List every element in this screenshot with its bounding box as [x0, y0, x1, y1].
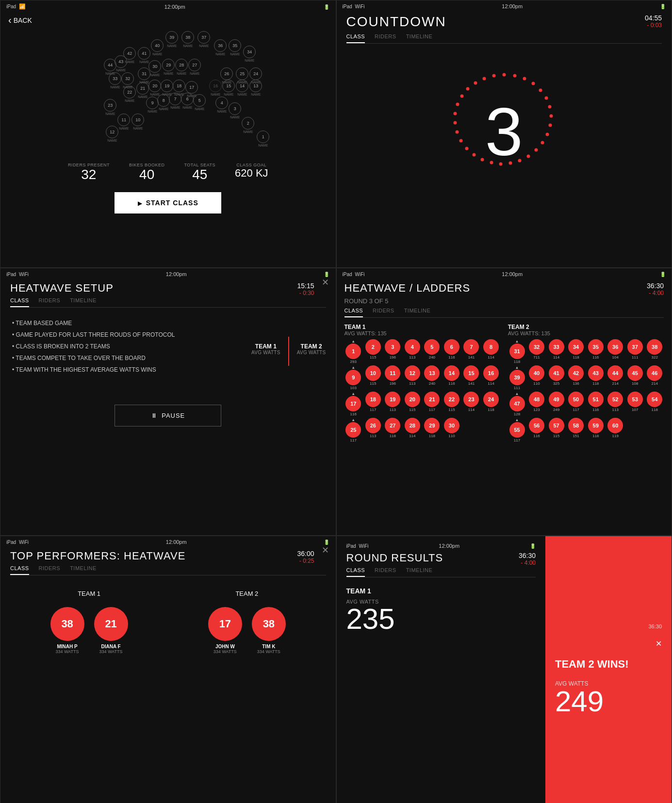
- rider-node: 30110: [443, 418, 461, 442]
- bike-node: 10NAME: [131, 114, 144, 130]
- panel-heatwave-setup: iPad WiFi 12:00pm 🔋 ✕ HEATWAVE SETUP 15:…: [0, 268, 336, 536]
- team2-performers-row: 17 JOHN W 334 WATTS 38 TIM K 334 WATTS: [168, 607, 326, 654]
- svg-point-22: [453, 121, 457, 125]
- rider-node: 23114: [462, 392, 481, 416]
- bike-node: 16NAME: [209, 80, 222, 96]
- ladders-title: HEATWAVE / LADDERS: [344, 282, 471, 295]
- svg-point-26: [466, 87, 469, 91]
- svg-point-9: [545, 133, 549, 136]
- bike-node: 28NAME: [175, 59, 188, 75]
- bike-node: 6NAME: [181, 93, 194, 109]
- start-class-button[interactable]: START CLASS: [115, 192, 221, 213]
- performers-team2: TEAM 2 17 JOHN W 334 WATTS 38 TIM K 334 …: [168, 590, 326, 654]
- teams-ladders: TEAM 1 AVG WATTS: 135 ▲12932115319641135…: [344, 324, 664, 442]
- rider-node: 54118: [645, 392, 664, 416]
- tab-class-pf[interactable]: CLASS: [10, 565, 29, 575]
- results-timer: 36:30 - 4:00: [519, 552, 536, 566]
- tab-class-rr[interactable]: CLASS: [346, 567, 365, 577]
- svg-point-11: [534, 148, 538, 152]
- svg-point-4: [539, 89, 542, 92]
- rider-node: 11196: [384, 365, 402, 390]
- start-class-label: START CLASS: [146, 199, 198, 207]
- performers-teams: TEAM 1 38 MINAH P 334 WATTS 21 DIANA F 3…: [10, 590, 326, 654]
- tab-riders-rr[interactable]: RIDERS: [375, 567, 396, 577]
- panel-heatwave-ladders: iPad WiFi 12:00pm 🔋 HEATWAVE / LADDERS R…: [336, 268, 672, 536]
- stat-bikes-booked: BIKES BOOKED 40: [129, 163, 165, 182]
- svg-point-18: [472, 153, 475, 157]
- bike-node: 23NAME: [104, 99, 116, 115]
- heatwave-tabs: CLASS RIDERS TIMELINE: [10, 297, 326, 308]
- bike-node: 21NAME: [136, 82, 149, 98]
- tab-riders-hw[interactable]: RIDERS: [39, 297, 61, 307]
- team1-ladder: TEAM 1 AVG WATTS: 135 ▲12932115319641135…: [344, 324, 500, 442]
- close-button-3[interactable]: ✕: [322, 277, 329, 288]
- stat-class-goal: CLASS GOAL 620 KJ: [235, 163, 268, 182]
- rider-node: 19113: [384, 392, 402, 416]
- rider-node: 33114: [547, 339, 566, 364]
- tab-timeline-rr[interactable]: TIMELINE: [406, 567, 433, 577]
- results-team1-name: TEAM 1: [346, 587, 536, 595]
- svg-point-12: [526, 155, 530, 158]
- rider-node: 38322: [645, 339, 664, 364]
- rider-node: 8114: [482, 339, 500, 364]
- team2-ladder: TEAM 2 AVG WATTS: 135 ▲31118327113311434…: [508, 324, 664, 442]
- tab-class-ld[interactable]: CLASS: [344, 308, 363, 317]
- rider-node: 50117: [567, 392, 585, 416]
- team2-header: TEAM 2 AVG WATTS: 135: [508, 324, 664, 336]
- svg-point-19: [465, 147, 468, 150]
- rider-node: 20115: [403, 392, 422, 416]
- close-button-5[interactable]: ✕: [322, 545, 329, 556]
- tab-timeline-pf[interactable]: TIMELINE: [70, 565, 97, 575]
- countdown-tabs: CLASS RIDERS TIMELINE: [346, 33, 662, 44]
- tab-timeline-ld[interactable]: TIMELINE: [404, 308, 431, 317]
- team2-col: TEAM 2 AVG WATTS: [297, 343, 326, 355]
- rider-node: 42136: [567, 365, 585, 390]
- panel-countdown: iPad WiFi 12:00pm 🔋 COUNTDOWN 04:55 - 0:…: [336, 0, 672, 268]
- svg-point-0: [502, 73, 506, 77]
- heatwave-timer: 15:15 - 0:30: [297, 282, 314, 296]
- time-3: 12:00pm: [166, 271, 187, 277]
- rider-node: 41325: [547, 365, 566, 390]
- bikes-grid: 39NAME 38NAME 37NAME 40NAME 36NAME 35NAM…: [66, 29, 270, 155]
- rider-node: 29118: [423, 418, 442, 442]
- rider-node: 52113: [606, 392, 624, 416]
- tab-class-hw[interactable]: CLASS: [10, 297, 29, 307]
- team-divider: [288, 337, 289, 366]
- bike-node: 11NAME: [117, 114, 130, 130]
- rider-node: 10115: [364, 365, 382, 390]
- rider-node: ▲31118: [508, 339, 526, 364]
- bike-node: 39NAME: [165, 31, 178, 48]
- tab-class[interactable]: CLASS: [346, 33, 365, 43]
- rider-node: 46214: [645, 365, 664, 390]
- tab-riders[interactable]: RIDERS: [375, 33, 396, 43]
- tab-riders-pf[interactable]: RIDERS: [39, 565, 61, 575]
- pause-button[interactable]: PAUSE: [115, 405, 221, 426]
- team2-rider-grid: ▲311183271133114341183511636104371113832…: [508, 339, 664, 442]
- performer-circle-1: 38: [50, 607, 84, 641]
- rule-5: TEAM WITH THE HIGHEST AVERAGE WATTS WINS: [10, 364, 237, 376]
- performers-timer: 36:00 - 0:25: [297, 550, 314, 564]
- rider-node: 51116: [587, 392, 605, 416]
- rider-node: 49249: [547, 392, 566, 416]
- close-btn-6[interactable]: ✕: [656, 639, 662, 648]
- svg-point-7: [549, 115, 553, 118]
- rider-node: ▲1293: [344, 339, 363, 364]
- tab-riders-ld[interactable]: RIDERS: [373, 308, 394, 317]
- performer-circle-2: 21: [94, 607, 128, 641]
- rider-node: 24118: [482, 392, 500, 416]
- rider-node: ▲17116: [344, 392, 363, 416]
- performers-tabs: CLASS RIDERS TIMELINE: [10, 565, 326, 575]
- rider-node: 56116: [527, 418, 546, 442]
- rider-node: 57115: [547, 418, 566, 442]
- back-button[interactable]: BACK: [8, 15, 328, 26]
- stat-total-seats: TOTAL SEATS 45: [184, 163, 215, 182]
- tab-timeline[interactable]: TIMELINE: [406, 33, 433, 43]
- time-1: 12:00pm: [164, 4, 185, 10]
- rider-node: 4113: [403, 339, 422, 364]
- rider-node: ▲25117: [344, 418, 363, 442]
- team1-col: TEAM 1 AVG WATTS: [251, 343, 280, 355]
- tab-timeline-hw[interactable]: TIMELINE: [70, 297, 97, 307]
- results-avg-value: 235: [346, 605, 536, 634]
- rider-node: 14116: [443, 365, 461, 390]
- panel-start-class: iPad 📶 12:00pm 🔋 BACK 39NAME 38NAME 37NA…: [0, 0, 336, 268]
